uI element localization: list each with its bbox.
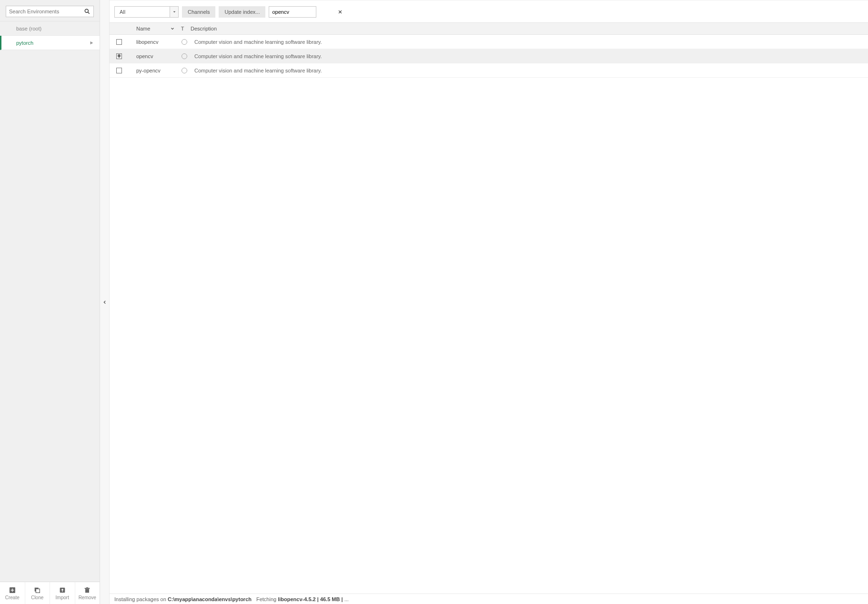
chevron-left-icon: [102, 300, 107, 305]
import-icon: [59, 586, 66, 594]
package-search-input[interactable]: [272, 9, 338, 15]
clone-icon: [33, 586, 41, 594]
sidebar: base (root) pytorch Create Clone Import: [0, 0, 100, 604]
import-button[interactable]: Import: [50, 582, 75, 604]
table-row[interactable]: libopencv Computer vision and machine le…: [110, 35, 868, 49]
create-button[interactable]: Create: [0, 582, 25, 604]
env-search-input[interactable]: [9, 9, 84, 14]
filter-value: All: [120, 9, 125, 15]
status-ring-icon: [182, 68, 187, 73]
pkg-name: libopencv: [129, 39, 167, 45]
toolbar: All Channels Update index...: [110, 0, 868, 22]
header-name[interactable]: Name: [129, 26, 167, 31]
close-icon[interactable]: [338, 10, 343, 14]
filter-dropdown[interactable]: All: [114, 6, 179, 18]
env-item-base[interactable]: base (root): [0, 21, 100, 36]
chevron-down-icon: [170, 7, 178, 17]
main-panel: All Channels Update index... Name T Desc…: [110, 0, 868, 604]
status-ring-icon: [182, 39, 187, 45]
svg-rect-5: [10, 590, 14, 590]
svg-marker-13: [173, 11, 175, 13]
action-label: Import: [56, 595, 69, 600]
svg-point-0: [85, 9, 88, 12]
play-icon[interactable]: [89, 41, 94, 45]
update-index-button[interactable]: Update index...: [219, 6, 265, 18]
svg-rect-12: [86, 587, 88, 588]
package-search-box[interactable]: [269, 6, 316, 18]
channels-button[interactable]: Channels: [182, 6, 215, 18]
env-item-pytorch[interactable]: pytorch: [0, 36, 100, 50]
status-bar: Installing packages on C:\myapp\anaconda…: [110, 594, 868, 604]
trash-icon: [83, 586, 91, 594]
env-item-label: base (root): [16, 26, 41, 31]
status-ring-icon: [182, 53, 187, 59]
env-list: base (root) pytorch: [0, 21, 100, 582]
header-t[interactable]: T: [178, 26, 187, 31]
collapse-sidebar-button[interactable]: [100, 0, 110, 604]
table-body: libopencv Computer vision and machine le…: [110, 35, 868, 594]
env-search-box[interactable]: [6, 6, 94, 17]
header-description[interactable]: Description: [187, 26, 868, 31]
env-item-label: pytorch: [16, 40, 33, 46]
sort-icon[interactable]: [167, 26, 178, 31]
status-fetch: Fetching libopencv-4.5.2 | 46.5 MB | ...: [256, 596, 349, 602]
table-header: Name T Description: [110, 22, 868, 35]
action-label: Create: [5, 595, 20, 600]
plus-icon: [9, 586, 16, 594]
search-icon: [84, 8, 91, 15]
remove-button[interactable]: Remove: [75, 582, 100, 604]
checkbox-icon[interactable]: [116, 68, 122, 73]
action-label: Clone: [31, 595, 43, 600]
svg-rect-10: [85, 589, 89, 593]
pkg-desc: Computer vision and machine learning sof…: [191, 39, 868, 45]
svg-marker-2: [91, 41, 93, 44]
pkg-name: opencv: [129, 53, 167, 59]
table-row[interactable]: py-opencv Computer vision and machine le…: [110, 63, 868, 78]
svg-rect-7: [36, 589, 40, 593]
checkbox-download-icon[interactable]: [116, 53, 122, 59]
checkbox-icon[interactable]: [116, 39, 122, 45]
table-row[interactable]: opencv Computer vision and machine learn…: [110, 49, 868, 63]
pkg-name: py-opencv: [129, 68, 167, 73]
clone-button[interactable]: Clone: [25, 582, 50, 604]
pkg-desc: Computer vision and machine learning sof…: [191, 53, 868, 59]
sidebar-actions: Create Clone Import Remove: [0, 582, 100, 604]
pkg-desc: Computer vision and machine learning sof…: [191, 68, 868, 73]
svg-rect-11: [85, 588, 90, 589]
status-text: Installing packages on C:\myapp\anaconda…: [114, 596, 252, 602]
svg-line-1: [88, 12, 89, 13]
action-label: Remove: [79, 595, 96, 600]
